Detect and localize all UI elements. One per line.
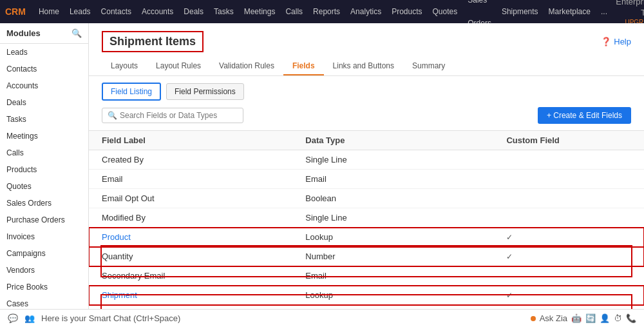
sidebar-item-products[interactable]: Products <box>0 161 88 178</box>
nav-contacts[interactable]: Contacts <box>96 0 137 23</box>
field-listing-button[interactable]: Field Listing <box>102 83 161 101</box>
tab-validation-rules[interactable]: Validation Rules <box>210 57 283 75</box>
sidebar-item-accounts[interactable]: Accounts <box>0 77 88 94</box>
crm-logo: CRM <box>5 6 26 17</box>
table-row: Shipment Item Image Shipment Item Image <box>89 305 644 310</box>
search-modules-icon[interactable]: 🔍 <box>71 28 82 38</box>
sidebar-item-calls[interactable]: Calls <box>0 144 88 161</box>
sidebar-item-contacts[interactable]: Contacts <box>0 61 88 77</box>
table-row: Email Opt Out Boolean <box>89 189 644 208</box>
field-datatype-shipment-item-image: Shipment Item Image <box>292 305 493 310</box>
nav-tasks[interactable]: Tasks <box>209 0 239 23</box>
table-row: Shipment Lookup ✓ <box>89 286 644 305</box>
sidebar-item-vendors[interactable]: Vendors <box>0 262 88 279</box>
tab-layout-rules[interactable]: Layout Rules <box>147 57 210 75</box>
sidebar-item-deals[interactable]: Deals <box>0 94 88 111</box>
tabs: Layouts Layout Rules Validation Rules Fi… <box>89 52 644 76</box>
help-link[interactable]: ❓ Help <box>601 37 631 46</box>
nav-products[interactable]: Products <box>386 0 427 23</box>
table-row: Secondary Email Email <box>89 266 644 286</box>
nav-calls[interactable]: Calls <box>280 0 308 23</box>
col-data-type: Data Type <box>292 131 493 150</box>
sidebar-header: Modules 🔍 <box>0 23 88 44</box>
page-header: Shipment Items ❓ Help <box>89 23 644 52</box>
field-datatype-email: Email <box>292 170 493 189</box>
nav-meetings[interactable]: Meetings <box>239 0 281 23</box>
nav-reports[interactable]: Reports <box>308 0 345 23</box>
table-header-row: Field Label Data Type Custom Field <box>89 131 644 150</box>
search-input[interactable] <box>120 111 238 120</box>
nav-home[interactable]: Home <box>33 0 64 23</box>
notification-dot <box>531 316 536 321</box>
status-bar: 💬 👥 Here is your Smart Chat (Ctrl+Space)… <box>0 309 644 327</box>
sidebar-item-sales-orders[interactable]: Sales Orders <box>0 195 88 212</box>
help-icon: ❓ <box>601 37 611 46</box>
nav-more[interactable]: ... <box>596 0 612 23</box>
sidebar-item-quotes[interactable]: Quotes <box>0 178 88 195</box>
nav-accounts[interactable]: Accounts <box>137 0 178 23</box>
timer-icon[interactable]: ⏱ <box>614 313 622 323</box>
tab-layouts[interactable]: Layouts <box>102 57 147 75</box>
tab-links-buttons[interactable]: Links and Buttons <box>324 57 403 75</box>
field-label-secondary-email: Secondary Email <box>89 266 292 286</box>
nav-analytics[interactable]: Analytics <box>345 0 386 23</box>
nav-shipments[interactable]: Shipments <box>497 0 544 23</box>
nav-deals[interactable]: Deals <box>178 0 209 23</box>
sidebar-item-cases[interactable]: Cases <box>0 295 88 309</box>
nav-quotes[interactable]: Quotes <box>428 0 463 23</box>
field-label-product[interactable]: Product <box>89 228 292 247</box>
phone-icon[interactable]: 📞 <box>626 313 636 323</box>
table-row: Created By Single Line <box>89 150 644 170</box>
table-row: Email Email <box>89 170 644 189</box>
field-custom-product: ✓ <box>493 228 644 247</box>
tab-summary[interactable]: Summary <box>403 57 454 75</box>
refresh-icon[interactable]: 🔄 <box>585 313 596 323</box>
sidebar-item-meetings[interactable]: Meetings <box>0 128 88 144</box>
create-edit-fields-button[interactable]: + Create & Edit Fields <box>538 107 631 124</box>
ai-section: Ask Zia 🤖 🔄 👤 ⏱ 📞 <box>531 313 636 323</box>
table-row: Product Lookup ✓ <box>89 228 644 247</box>
collab-icon[interactable]: 👤 <box>600 313 610 323</box>
sidebar-item-invoices[interactable]: Invoices <box>0 228 88 245</box>
field-label-email-opt-out: Email Opt Out <box>89 189 292 208</box>
field-label-created-by: Created By <box>89 150 292 170</box>
top-navigation: CRM Home Leads Contacts Accounts Deals T… <box>0 0 644 23</box>
nav-marketplace[interactable]: Marketplace <box>544 0 596 23</box>
field-custom-shipment: ✓ <box>493 286 644 305</box>
contacts-chat-icon[interactable]: 👥 <box>24 313 35 323</box>
chat-hint-text: Here is your Smart Chat (Ctrl+Space) <box>41 313 180 323</box>
chat-bubble-icon[interactable]: 💬 <box>8 313 18 323</box>
tab-fields[interactable]: Fields <box>283 57 324 75</box>
field-datatype-modified-by: Single Line <box>292 208 493 228</box>
sidebar-item-campaigns[interactable]: Campaigns <box>0 245 88 262</box>
field-datatype-product: Lookup <box>292 228 493 247</box>
page-title: Shipment Items <box>102 31 204 52</box>
ask-zia-label[interactable]: Ask Zia <box>540 313 567 323</box>
sidebar: Modules 🔍 Leads Contacts Accounts Deals … <box>0 23 89 309</box>
field-datatype-created-by: Single Line <box>292 150 493 170</box>
field-datatype-shipment: Lookup <box>292 286 493 305</box>
field-custom-quantity: ✓ <box>493 247 644 266</box>
sidebar-item-leads[interactable]: Leads <box>0 44 88 61</box>
zia-icon[interactable]: 🤖 <box>571 313 582 323</box>
field-datatype-secondary-email: Email <box>292 266 493 286</box>
search-box[interactable]: 🔍 <box>102 108 243 123</box>
sidebar-item-price-books[interactable]: Price Books <box>0 279 88 295</box>
sub-toolbar: Field Listing Field Permissions <box>89 76 644 107</box>
field-permissions-button[interactable]: Field Permissions <box>166 83 244 100</box>
fields-table-wrapper: Field Label Data Type Custom Field Creat… <box>89 130 644 309</box>
field-label-shipment[interactable]: Shipment <box>89 286 292 305</box>
toolbar-row: 🔍 + Create & Edit Fields <box>89 107 644 130</box>
field-label-shipment-item-image[interactable]: Shipment Item Image <box>89 305 292 310</box>
field-datatype-quantity: Number <box>292 247 493 266</box>
nav-leads[interactable]: Leads <box>64 0 96 23</box>
table-row: Modified By Single Line <box>89 208 644 228</box>
table-row: Quantity Number ✓ <box>89 247 644 266</box>
main-content: Shipment Items ❓ Help Layouts Layout Rul… <box>89 23 644 309</box>
field-label-quantity: Quantity <box>89 247 292 266</box>
field-custom-email <box>493 170 644 189</box>
field-custom-shipment-item-image <box>493 305 644 310</box>
sidebar-item-tasks[interactable]: Tasks <box>0 111 88 128</box>
col-custom-field: Custom Field <box>493 131 644 150</box>
sidebar-item-purchase-orders[interactable]: Purchase Orders <box>0 212 88 228</box>
